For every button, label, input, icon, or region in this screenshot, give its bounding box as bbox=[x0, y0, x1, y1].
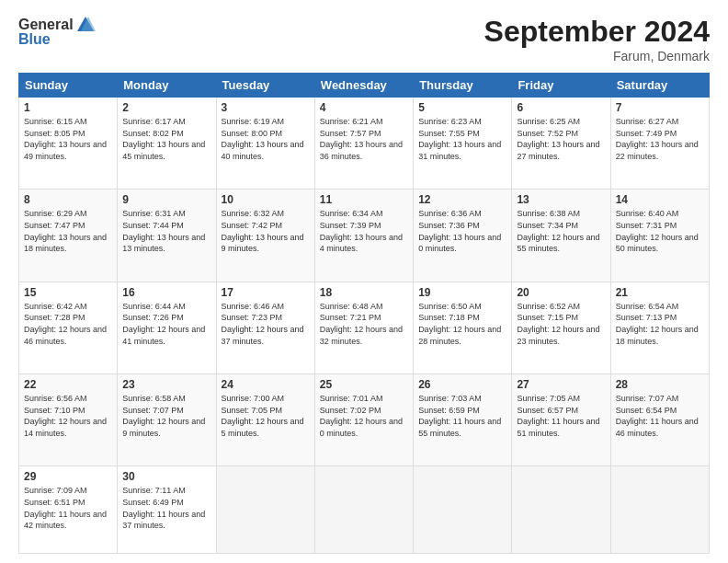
col-sunday: Sunday bbox=[19, 74, 118, 98]
day-info-8: Sunrise: 6:29 AMSunset: 7:47 PMDaylight:… bbox=[24, 208, 112, 254]
day-cell-1s: 1 Sunrise: 6:15 AMSunset: 8:05 PMDayligh… bbox=[19, 98, 118, 190]
day-num-2: 2 bbox=[122, 101, 210, 114]
day-info-28: Sunrise: 7:07 AMSunset: 6:54 PMDaylight:… bbox=[616, 393, 704, 439]
day-info-14: Sunrise: 6:40 AMSunset: 7:31 PMDaylight:… bbox=[616, 208, 704, 254]
empty-cell bbox=[610, 466, 709, 554]
col-monday: Monday bbox=[118, 74, 216, 98]
day-cell-29: 29 Sunrise: 7:09 AMSunset: 6:51 PMDaylig… bbox=[19, 466, 118, 554]
empty-cell bbox=[216, 466, 314, 554]
day-num-14: 14 bbox=[616, 193, 704, 206]
day-info-4: Sunrise: 6:21 AMSunset: 7:57 PMDaylight:… bbox=[320, 116, 408, 162]
day-num-12: 12 bbox=[418, 193, 506, 206]
day-info-22: Sunrise: 6:56 AMSunset: 7:10 PMDaylight:… bbox=[24, 393, 112, 439]
empty-cell bbox=[314, 466, 413, 554]
col-friday: Friday bbox=[512, 74, 610, 98]
day-cell-3: 3 Sunrise: 6:19 AMSunset: 8:00 PMDayligh… bbox=[216, 98, 314, 190]
day-cell-25: 25 Sunrise: 7:01 AMSunset: 7:02 PMDaylig… bbox=[314, 374, 413, 466]
day-info-24: Sunrise: 7:00 AMSunset: 7:05 PMDaylight:… bbox=[222, 393, 310, 439]
day-num-4: 4 bbox=[320, 101, 408, 114]
day-info-3: Sunrise: 6:19 AMSunset: 8:00 PMDaylight:… bbox=[222, 116, 310, 162]
day-info-16: Sunrise: 6:44 AMSunset: 7:26 PMDaylight:… bbox=[122, 301, 210, 347]
week-row-6: 29 Sunrise: 7:09 AMSunset: 6:51 PMDaylig… bbox=[19, 466, 710, 554]
day-info-15: Sunrise: 6:42 AMSunset: 7:28 PMDaylight:… bbox=[24, 301, 112, 347]
day-cell-12: 12 Sunrise: 6:36 AMSunset: 7:36 PMDaylig… bbox=[414, 190, 512, 282]
day-num-21: 21 bbox=[616, 286, 704, 299]
week-row-4: 15 Sunrise: 6:42 AMSunset: 7:28 PMDaylig… bbox=[19, 282, 710, 373]
day-info-30: Sunrise: 7:11 AMSunset: 6:49 PMDaylight:… bbox=[122, 485, 210, 531]
day-cell-19: 19 Sunrise: 6:50 AMSunset: 7:18 PMDaylig… bbox=[414, 282, 512, 373]
day-cell-28: 28 Sunrise: 7:07 AMSunset: 6:54 PMDaylig… bbox=[610, 374, 709, 466]
col-saturday: Saturday bbox=[610, 74, 709, 98]
empty-cell bbox=[414, 466, 512, 554]
day-info-13: Sunrise: 6:38 AMSunset: 7:34 PMDaylight:… bbox=[517, 208, 605, 254]
day-info-9: Sunrise: 6:31 AMSunset: 7:44 PMDaylight:… bbox=[122, 208, 210, 254]
day-info-20: Sunrise: 6:52 AMSunset: 7:15 PMDaylight:… bbox=[517, 301, 605, 347]
day-info-23: Sunrise: 6:58 AMSunset: 7:07 PMDaylight:… bbox=[122, 393, 210, 439]
day-info-25: Sunrise: 7:01 AMSunset: 7:02 PMDaylight:… bbox=[320, 393, 408, 439]
day-num-16: 16 bbox=[122, 286, 210, 299]
day-num-28: 28 bbox=[616, 378, 704, 391]
day-num-5: 5 bbox=[418, 101, 506, 114]
logo: General Blue bbox=[18, 15, 96, 48]
day-info-29: Sunrise: 7:09 AMSunset: 6:51 PMDaylight:… bbox=[24, 485, 112, 531]
day-num-30: 30 bbox=[122, 470, 210, 483]
header: General Blue September 2024 Farum, Denma… bbox=[18, 15, 710, 63]
day-info-12: Sunrise: 6:36 AMSunset: 7:36 PMDaylight:… bbox=[418, 208, 506, 254]
day-num-23: 23 bbox=[122, 378, 210, 391]
day-cell-9: 9 Sunrise: 6:31 AMSunset: 7:44 PMDayligh… bbox=[118, 190, 216, 282]
day-cell-26: 26 Sunrise: 7:03 AMSunset: 6:59 PMDaylig… bbox=[414, 374, 512, 466]
day-num-8: 8 bbox=[24, 193, 112, 206]
logo-icon bbox=[75, 15, 96, 35]
day-cell-20: 20 Sunrise: 6:52 AMSunset: 7:15 PMDaylig… bbox=[512, 282, 610, 373]
day-info-1s: Sunrise: 6:15 AMSunset: 8:05 PMDaylight:… bbox=[24, 116, 112, 162]
day-info-18: Sunrise: 6:48 AMSunset: 7:21 PMDaylight:… bbox=[320, 301, 408, 347]
day-num-22: 22 bbox=[24, 378, 112, 391]
day-cell-30: 30 Sunrise: 7:11 AMSunset: 6:49 PMDaylig… bbox=[118, 466, 216, 554]
calendar-table: Sunday Monday Tuesday Wednesday Thursday… bbox=[18, 73, 710, 554]
empty-cell bbox=[512, 466, 610, 554]
day-num-15: 15 bbox=[24, 286, 112, 299]
logo-blue-text: Blue bbox=[18, 31, 51, 48]
day-cell-7: 7 Sunrise: 6:27 AMSunset: 7:49 PMDayligh… bbox=[610, 98, 709, 190]
day-info-11: Sunrise: 6:34 AMSunset: 7:39 PMDaylight:… bbox=[320, 208, 408, 254]
day-cell-6: 6 Sunrise: 6:25 AMSunset: 7:52 PMDayligh… bbox=[512, 98, 610, 190]
day-info-17: Sunrise: 6:46 AMSunset: 7:23 PMDaylight:… bbox=[222, 301, 310, 347]
day-num-7: 7 bbox=[616, 101, 704, 114]
day-cell-17: 17 Sunrise: 6:46 AMSunset: 7:23 PMDaylig… bbox=[216, 282, 314, 373]
day-cell-10: 10 Sunrise: 6:32 AMSunset: 7:42 PMDaylig… bbox=[216, 190, 314, 282]
day-info-2: Sunrise: 6:17 AMSunset: 8:02 PMDaylight:… bbox=[122, 116, 210, 162]
col-tuesday: Tuesday bbox=[216, 74, 314, 98]
day-cell-15: 15 Sunrise: 6:42 AMSunset: 7:28 PMDaylig… bbox=[19, 282, 118, 373]
col-thursday: Thursday bbox=[414, 74, 512, 98]
day-info-7: Sunrise: 6:27 AMSunset: 7:49 PMDaylight:… bbox=[616, 116, 704, 162]
day-cell-2: 2 Sunrise: 6:17 AMSunset: 8:02 PMDayligh… bbox=[118, 98, 216, 190]
day-num-18: 18 bbox=[320, 286, 408, 299]
day-info-27: Sunrise: 7:05 AMSunset: 6:57 PMDaylight:… bbox=[517, 393, 605, 439]
day-num-3: 3 bbox=[222, 101, 310, 114]
week-row-2: 1 Sunrise: 6:15 AMSunset: 8:05 PMDayligh… bbox=[19, 98, 710, 190]
day-num-9: 9 bbox=[122, 193, 210, 206]
day-cell-23: 23 Sunrise: 6:58 AMSunset: 7:07 PMDaylig… bbox=[118, 374, 216, 466]
day-info-21: Sunrise: 6:54 AMSunset: 7:13 PMDaylight:… bbox=[616, 301, 704, 347]
day-info-6: Sunrise: 6:25 AMSunset: 7:52 PMDaylight:… bbox=[517, 116, 605, 162]
day-info-19: Sunrise: 6:50 AMSunset: 7:18 PMDaylight:… bbox=[418, 301, 506, 347]
day-cell-18: 18 Sunrise: 6:48 AMSunset: 7:21 PMDaylig… bbox=[314, 282, 413, 373]
day-num-25: 25 bbox=[320, 378, 408, 391]
header-row: Sunday Monday Tuesday Wednesday Thursday… bbox=[19, 74, 710, 98]
day-cell-8: 8 Sunrise: 6:29 AMSunset: 7:47 PMDayligh… bbox=[19, 190, 118, 282]
day-num-26: 26 bbox=[418, 378, 506, 391]
week-row-5: 22 Sunrise: 6:56 AMSunset: 7:10 PMDaylig… bbox=[19, 374, 710, 466]
day-num-11: 11 bbox=[320, 193, 408, 206]
day-num-29: 29 bbox=[24, 470, 112, 483]
day-cell-13: 13 Sunrise: 6:38 AMSunset: 7:34 PMDaylig… bbox=[512, 190, 610, 282]
month-title: September 2024 bbox=[484, 15, 710, 49]
day-info-26: Sunrise: 7:03 AMSunset: 6:59 PMDaylight:… bbox=[418, 393, 506, 439]
day-cell-11: 11 Sunrise: 6:34 AMSunset: 7:39 PMDaylig… bbox=[314, 190, 413, 282]
day-cell-5: 5 Sunrise: 6:23 AMSunset: 7:55 PMDayligh… bbox=[414, 98, 512, 190]
day-num-19: 19 bbox=[418, 286, 506, 299]
day-num-24: 24 bbox=[222, 378, 310, 391]
week-row-3: 8 Sunrise: 6:29 AMSunset: 7:47 PMDayligh… bbox=[19, 190, 710, 282]
day-cell-27: 27 Sunrise: 7:05 AMSunset: 6:57 PMDaylig… bbox=[512, 374, 610, 466]
day-info-10: Sunrise: 6:32 AMSunset: 7:42 PMDaylight:… bbox=[222, 208, 310, 254]
day-cell-14: 14 Sunrise: 6:40 AMSunset: 7:31 PMDaylig… bbox=[610, 190, 709, 282]
